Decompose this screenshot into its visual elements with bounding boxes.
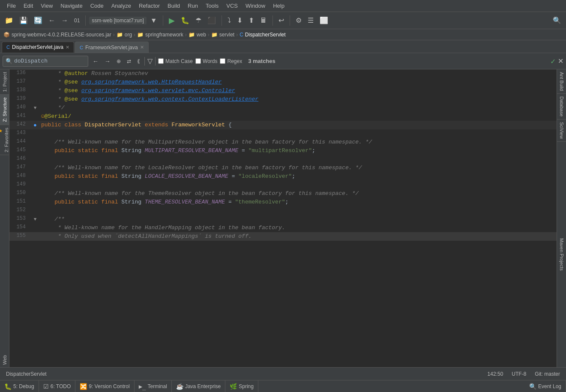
tab-dispatcher-label: DispatcherServlet.java (12, 44, 63, 50)
terminal-icon: ▶_ (139, 383, 146, 390)
sidebar-item-structure[interactable]: Z: Structure (0, 95, 9, 125)
search-close-btn[interactable]: ✕ (558, 57, 563, 65)
undo-btn[interactable]: ↩ (276, 15, 286, 26)
search-everywhere-btn[interactable]: 🔍 (551, 15, 563, 26)
menu-navigate[interactable]: Navigate (57, 2, 86, 10)
sidebar-item-web[interactable]: Web (0, 155, 9, 367)
breadcrumb-servlet[interactable]: 📁 (211, 32, 218, 38)
build-counter-btn[interactable]: 01 (72, 16, 82, 25)
step-over-btn[interactable]: ⤵ (225, 15, 233, 26)
regex-checkbox[interactable] (220, 58, 225, 64)
breadcrumb-springframework-label[interactable]: springframework (145, 32, 183, 38)
search-replace-btn[interactable]: ⇄ (125, 57, 133, 65)
open-folder-btn[interactable]: 📁 (3, 15, 15, 26)
terminal-btn[interactable]: ⬜ (317, 15, 330, 26)
menu-run[interactable]: Run (184, 2, 201, 10)
search-find-btn[interactable]: ⊕ (115, 57, 123, 65)
breadcrumb-springframework[interactable]: 📁 (137, 32, 144, 38)
sync-btn[interactable]: 🔄 (32, 15, 45, 26)
regex-option[interactable]: Regex (220, 58, 242, 64)
save-btn[interactable]: 💾 (17, 15, 30, 26)
line-row: 142 ● public class DispatcherServlet ext… (9, 121, 557, 129)
todo-icon: ☑ (43, 383, 49, 390)
stop-btn[interactable]: ⬛ (205, 15, 218, 26)
search-sep-2 (155, 57, 156, 66)
bottom-terminal-btn[interactable]: ▶_ Terminal (135, 380, 172, 392)
match-case-checkbox[interactable] (158, 58, 164, 64)
toolbar-sep-4 (273, 15, 273, 26)
sidebar-maven[interactable]: Maven Projects (557, 142, 566, 367)
bottom-spring-btn[interactable]: 🌿 Spring (225, 380, 258, 392)
gutter-154 (31, 224, 39, 232)
gutter-153: ▼ (31, 215, 39, 224)
run-config-label: ssm-web [tomcat7:run] (89, 17, 146, 24)
code-area: 136 * @author Rossen Stoyanchev 137 * @s… (9, 69, 557, 367)
menu-file[interactable]: File (3, 2, 19, 10)
sidebar-ant-build[interactable]: Ant Build (557, 69, 566, 94)
menu-code[interactable]: Code (87, 2, 107, 10)
bottom-todo-btn[interactable]: ☑ 6: TODO (39, 380, 76, 392)
words-option[interactable]: Words (195, 58, 217, 64)
evaluate-btn[interactable]: 🖩 (258, 15, 269, 26)
menu-window[interactable]: Window (242, 2, 269, 10)
sidebar-item-favorites[interactable]: ★ 2: Favorites (0, 125, 9, 155)
run-config-dropdown[interactable]: ▼ (148, 15, 159, 26)
tab-dispatcher[interactable]: C DispatcherServlet.java ✕ (2, 42, 74, 53)
structure-btn[interactable]: ☰ (305, 15, 316, 26)
step-into-btn[interactable]: ⬇ (235, 15, 245, 26)
settings-btn[interactable]: ⚙ (293, 15, 304, 26)
breadcrumb-web-label[interactable]: web (197, 32, 206, 38)
breadcrumb-jar[interactable]: 📦 (3, 32, 10, 38)
gutter-151 (31, 198, 39, 206)
debug-btn[interactable]: 🐛 (179, 15, 192, 26)
search-replace-all-btn[interactable]: ⟪ (135, 57, 142, 65)
breadcrumb-jar-label[interactable]: spring-webmvc-4.0.2.RELEASE-sources.jar (12, 32, 111, 38)
breadcrumb-servlet-label[interactable]: servlet (219, 32, 234, 38)
tab-framework-close[interactable]: ✕ (140, 45, 144, 50)
gutter-146 (31, 155, 39, 164)
menu-edit[interactable]: Edit (20, 2, 36, 10)
line-num-143: 143 (9, 129, 31, 138)
breadcrumb-org[interactable]: 📁 (117, 32, 123, 38)
line-num-154: 154 (9, 224, 31, 232)
search-prev-match[interactable]: ← (91, 57, 100, 66)
menu-view[interactable]: View (37, 2, 56, 10)
code-scroll[interactable]: 136 * @author Rossen Stoyanchev 137 * @s… (9, 69, 557, 367)
bottom-event-log-btn[interactable]: 🔍 Event Log (525, 380, 566, 392)
search-input[interactable] (14, 58, 78, 64)
menu-tools[interactable]: Tools (202, 2, 222, 10)
sidebar-database[interactable]: Database (557, 94, 566, 120)
run-btn[interactable]: ▶ (167, 15, 177, 27)
breadcrumb-web[interactable]: 📁 (189, 32, 195, 38)
cover-btn[interactable]: ☂ (193, 15, 204, 26)
search-next-match[interactable]: → (103, 57, 112, 66)
breadcrumb-sep-5: › (236, 32, 238, 38)
menu-analyze[interactable]: Analyze (108, 2, 135, 10)
line-row: 151 public static final String THEME_RES… (9, 198, 557, 206)
menu-refactor[interactable]: Refactor (135, 2, 163, 10)
tab-framework[interactable]: C FrameworkServlet.java ✕ (75, 42, 149, 53)
words-checkbox[interactable] (195, 58, 201, 64)
line-row: 146 (9, 155, 557, 164)
tab-dispatcher-close[interactable]: ✕ (66, 45, 69, 50)
search-filter-btn[interactable]: ▽ (147, 57, 153, 65)
sidebar-item-project[interactable]: 1: Project (0, 69, 9, 95)
menu-build[interactable]: Build (164, 2, 183, 10)
line-row: 138 * @see org.springframework.web.servl… (9, 87, 557, 95)
step-out-btn[interactable]: ⬆ (246, 15, 256, 26)
menu-vcs[interactable]: VCS (223, 2, 241, 10)
breadcrumb-org-label[interactable]: org (125, 32, 132, 38)
sidebar-sciview[interactable]: SciView (557, 120, 566, 142)
menu-help[interactable]: Help (270, 2, 288, 10)
line-num-138: 138 (9, 87, 31, 95)
tabs-bar: C DispatcherServlet.java ✕ C FrameworkSe… (0, 40, 566, 53)
line-content-138: * @see org.springframework.web.servlet.m… (39, 87, 557, 95)
bottom-vcs-btn[interactable]: 🔀 9: Version Control (75, 380, 134, 392)
forward-btn[interactable]: → (59, 15, 70, 26)
breadcrumb-class[interactable]: DispatcherServlet (245, 32, 286, 38)
match-case-option[interactable]: Match Case (158, 58, 193, 64)
terminal-label: Terminal (148, 383, 167, 389)
bottom-debug-btn[interactable]: 🐛 5: Debug (0, 380, 39, 392)
back-btn[interactable]: ← (46, 15, 57, 26)
bottom-java-btn[interactable]: ☕ Java Enterprise (172, 380, 225, 392)
